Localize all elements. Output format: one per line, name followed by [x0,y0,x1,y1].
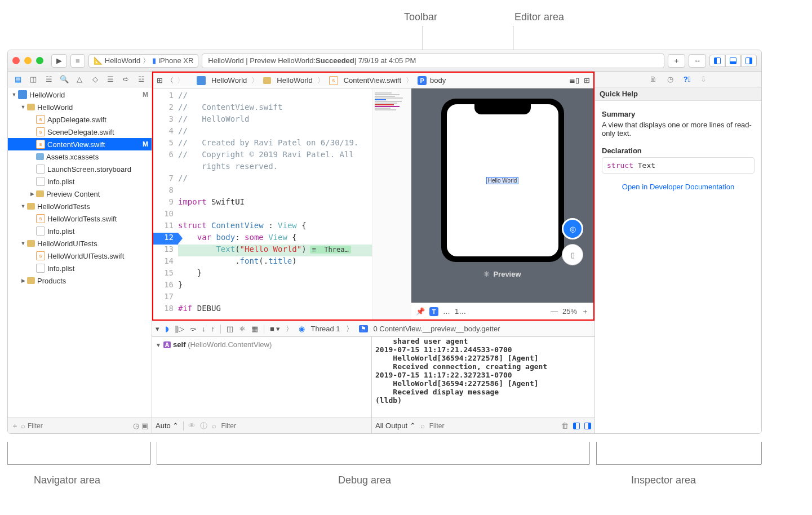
editor-options-icon[interactable]: ≣▯ [569,76,579,85]
project-tree[interactable]: ▼HelloWorldM▼HelloWorldsAppDelegate.swif… [8,87,152,418]
navigator-tabs: ▤ ◫ ☱ 🔍 △ ◇ ☰ ➪ ☳ [8,72,152,87]
frame-label[interactable]: 0 ContentView.__preview__body.getter [374,325,500,333]
tree-row[interactable]: ▼HelloWorld [8,101,152,113]
code-review-button[interactable]: ↔ [689,54,706,68]
tree-row[interactable]: Info.plist [8,225,152,237]
debug-navigator-icon[interactable]: ☰ [105,74,116,85]
info-icon[interactable]: ⓘ [200,421,207,431]
tree-row[interactable]: Assets.xcassets [8,150,152,163]
trash-icon[interactable]: 🗑 [561,421,569,430]
toggle-debug-button[interactable] [725,55,741,67]
process-icon[interactable]: ■ ▾ [270,325,280,333]
source-control-navigator-icon[interactable]: ◫ [28,74,38,85]
close-icon[interactable] [12,57,20,64]
minimize-icon[interactable] [24,57,32,64]
continue-icon[interactable]: ‖▷ [175,325,184,333]
tree-row[interactable]: sHelloWorldUITests.swift [8,250,152,262]
symbol-navigator-icon[interactable]: ☱ [44,74,54,85]
tree-row[interactable]: ▶Preview Content [8,188,152,200]
tree-row[interactable]: ▼HelloWorldUITests [8,237,152,250]
tree-row[interactable]: sSceneDelegate.swift [8,126,152,138]
tree-row[interactable]: sAppDelegate.swift [8,113,152,126]
pin-icon[interactable]: 📌 [416,307,425,316]
open-docs-link[interactable]: Open in Developer Documentation [602,183,755,191]
notch [474,104,531,114]
variables-filter-input[interactable] [221,422,368,430]
tree-row[interactable]: sContentView.swiftM [8,138,152,150]
minimap[interactable] [372,88,411,319]
device-screen[interactable]: Hello World [447,104,558,256]
tree-label: Info.plist [47,177,74,186]
step-over-icon[interactable]: ⤼ [190,325,196,333]
hide-debug-icon[interactable]: ▾ [156,325,159,333]
file-inspector-icon[interactable]: 🗎 [650,75,657,83]
find-navigator-icon[interactable]: 🔍 [59,74,69,85]
forward-icon[interactable]: 〉 [177,76,184,86]
jump-bar[interactable]: ⊞ 〈 〉 HelloWorld〉 HelloWorld〉 s ContentV… [153,73,593,88]
attributes-inspector-icon[interactable]: ⇩ [700,75,707,83]
tree-row[interactable]: LaunchScreen.storyboard [8,163,152,175]
run-button[interactable]: ▶ [51,54,67,68]
jumpbar-item[interactable]: HelloWorld [277,76,312,85]
memory-graph-icon[interactable]: ⚛ [239,325,246,333]
scm-badge: M [143,91,148,99]
toggle-console-icon[interactable] [584,423,591,429]
scm-filter-icon[interactable]: ▣ [141,421,148,430]
output-selector[interactable]: All Output ⌃ [375,421,416,430]
preview-text[interactable]: Hello World [486,177,519,184]
text-type-icon[interactable]: T [429,307,438,316]
project-icon [197,76,206,85]
quicklook-icon[interactable]: 👁 [188,421,196,430]
callout-editor: Editor area [514,11,564,23]
step-out-icon[interactable]: ↑ [211,325,215,333]
activity-status: HelloWorld | Preview HelloWorld: Succeed… [202,54,664,68]
recent-icon[interactable]: ◷ [133,421,139,430]
related-items-icon[interactable]: ⊞ [157,76,163,85]
variables-view[interactable]: ▼ A self (HelloWorld.ContentView) [152,337,372,418]
add-icon[interactable]: ＋ [11,421,19,431]
spinner-icon: ✳ [483,270,490,278]
console-filter-input[interactable] [429,422,557,430]
tree-row[interactable]: ▶Products [8,274,152,287]
tree-row[interactable]: Info.plist [8,175,152,188]
zoom-icon[interactable] [36,57,43,64]
toggle-inspector-button[interactable] [741,55,757,67]
navigator-filter-input[interactable] [28,422,131,430]
issue-navigator-icon[interactable]: △ [74,74,85,85]
toggle-navigator-button[interactable] [709,55,725,67]
zoom-in-button[interactable]: ＋ [582,307,589,317]
tree-label: HelloWorld [37,103,73,112]
tree-row[interactable]: ▼HelloWorldTests [8,200,152,212]
scheme-selector[interactable]: 📐 HelloWorld 〉 ▮ iPhone XR [88,54,199,68]
report-navigator-icon[interactable]: ☳ [136,74,147,85]
tree-label: Preview Content [46,190,100,198]
tree-row[interactable]: ▼HelloWorldM [8,88,152,101]
inspect-preview-button[interactable]: ▯ [562,244,583,265]
library-button[interactable]: ＋ [668,54,685,68]
breakpoints-icon[interactable]: ◗ [165,325,169,333]
history-inspector-icon[interactable]: ◷ [667,75,673,83]
source-editor[interactable]: 123456789101112131415161718 //// Content… [153,88,372,319]
add-editor-icon[interactable]: ⊞ [584,76,590,85]
test-navigator-icon[interactable]: ◇ [90,74,100,85]
console-output[interactable]: shared user agent 2019-07-15 11:17:21.24… [372,337,594,418]
auto-selector[interactable]: Auto ⌃ [156,421,179,430]
project-navigator-icon[interactable]: ▤ [13,74,23,85]
jumpbar-item[interactable]: HelloWorld [211,76,247,85]
view-debug-icon[interactable]: ◫ [227,325,233,333]
scm-badge: M [143,140,148,148]
tree-row[interactable]: Info.plist [8,262,152,274]
jumpbar-item[interactable]: body [430,76,446,85]
toggle-vars-icon[interactable] [573,423,580,429]
zoom-out-button[interactable]: — [551,307,558,316]
tree-row[interactable]: sHelloWorldTests.swift [8,212,152,225]
live-preview-button[interactable]: ◎ [562,218,583,239]
back-icon[interactable]: 〈 [166,76,174,86]
step-into-icon[interactable]: ↓ [202,325,206,333]
breakpoint-navigator-icon[interactable]: ➪ [121,74,131,85]
environment-icon[interactable]: ▦ [251,325,258,333]
jumpbar-item[interactable]: ContentView.swift [344,76,401,85]
thread-label[interactable]: Thread 1 [310,325,340,333]
stop-button[interactable]: ■ [70,54,85,68]
quick-help-icon[interactable]: ?⃝ [684,75,691,83]
